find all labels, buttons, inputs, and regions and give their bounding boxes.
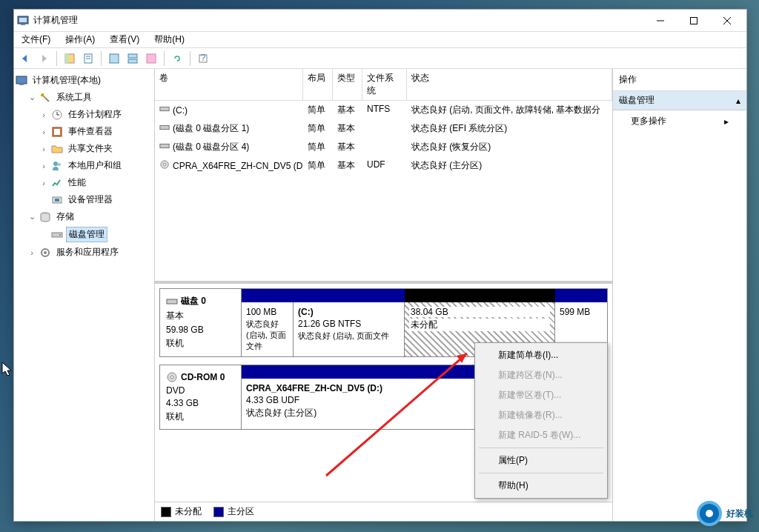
col-filesystem[interactable]: 文件系统 bbox=[362, 69, 407, 100]
help-button[interactable]: ? bbox=[195, 50, 211, 67]
users-icon bbox=[51, 160, 63, 172]
volume-layout: 简单 bbox=[303, 102, 333, 118]
tree-label: 本地用户和组 bbox=[66, 159, 124, 173]
svg-rect-14 bbox=[128, 59, 137, 63]
col-status[interactable]: 状态 bbox=[407, 69, 612, 100]
legend-swatch-black bbox=[161, 507, 171, 517]
menu-action[interactable]: 操作(A) bbox=[62, 32, 98, 47]
toolbar-separator bbox=[190, 51, 190, 66]
col-type[interactable]: 类型 bbox=[333, 69, 362, 100]
expand-icon[interactable]: › bbox=[39, 144, 48, 153]
volume-row[interactable]: (C:)简单基本NTFS状态良好 (启动, 页面文件, 故障转储, 基本数据分 bbox=[155, 101, 612, 119]
tree-diskmgmt[interactable]: 磁盘管理 bbox=[16, 225, 153, 244]
volume-icon bbox=[159, 122, 170, 135]
volume-name: (磁盘 0 磁盘分区 1) bbox=[173, 122, 249, 135]
tree-eventviewer[interactable]: › 事件查看器 bbox=[16, 123, 153, 140]
expand-icon[interactable]: › bbox=[39, 127, 48, 136]
navigation-tree[interactable]: 计算机管理(本地) ⌄ 系统工具 › 任务计划程序 › 事件查看器 bbox=[14, 69, 155, 521]
cdrom-icon bbox=[166, 371, 178, 383]
volume-layout: 简单 bbox=[303, 139, 333, 155]
part-label: (C:) bbox=[298, 307, 400, 317]
expand-icon[interactable]: › bbox=[39, 162, 48, 170]
tree-label: 事件查看器 bbox=[66, 124, 115, 139]
titlebar[interactable]: 计算机管理 bbox=[14, 10, 746, 32]
tree-storage[interactable]: ⌄ 存储 bbox=[16, 208, 153, 225]
collapse-icon[interactable]: ⌄ bbox=[27, 93, 36, 102]
properties-button[interactable] bbox=[80, 50, 96, 67]
volume-row[interactable]: CPRA_X64FRE_ZH-CN_DV5 (D:)简单基本UDF状态良好 (主… bbox=[155, 156, 612, 175]
services-icon bbox=[39, 247, 51, 259]
minimize-button[interactable] bbox=[643, 10, 677, 31]
menu-separator bbox=[479, 448, 603, 448]
legend-swatch-blue bbox=[213, 507, 224, 517]
menu-help[interactable]: 帮助(H) bbox=[151, 32, 188, 47]
col-volume[interactable]: 卷 bbox=[155, 69, 303, 100]
device-icon bbox=[51, 194, 63, 206]
legend: 未分配 主分区 bbox=[155, 502, 612, 521]
svg-rect-13 bbox=[128, 54, 137, 58]
disk-size: 59.98 GB bbox=[166, 325, 235, 335]
view-top-button[interactable] bbox=[106, 50, 122, 67]
disk-icon bbox=[166, 296, 178, 307]
menu-properties[interactable]: 属性(P) bbox=[477, 450, 605, 471]
collapse-icon[interactable]: ▴ bbox=[736, 96, 740, 106]
volume-fs: UDF bbox=[362, 158, 407, 173]
menu-new-simple-volume[interactable]: 新建简单卷(I)... bbox=[477, 345, 605, 365]
view-bottom-button[interactable] bbox=[125, 50, 141, 67]
svg-rect-34 bbox=[160, 107, 169, 110]
context-menu[interactable]: 新建简单卷(I)... 新建跨区卷(N)... 新建带区卷(T)... 新建镜像… bbox=[474, 342, 608, 499]
tree-localusers[interactable]: › 本地用户和组 bbox=[16, 157, 153, 174]
refresh-button[interactable] bbox=[169, 50, 185, 67]
tree-label: 任务计划程序 bbox=[66, 107, 124, 122]
col-layout[interactable]: 布局 bbox=[303, 69, 333, 100]
partition-c[interactable]: (C:) 21.26 GB NTFS 状态良好 (启动, 页面文件 bbox=[294, 302, 405, 356]
volume-list[interactable]: 卷 布局 类型 文件系统 状态 (C:)简单基本NTFS状态良好 (启动, 页面… bbox=[155, 69, 612, 284]
collapse-icon[interactable]: ⌄ bbox=[27, 212, 36, 222]
tree-devicemgr[interactable]: 设备管理器 bbox=[16, 191, 153, 208]
tree-root[interactable]: 计算机管理(本地) bbox=[16, 72, 153, 89]
partition-header bbox=[242, 289, 607, 302]
menu-view[interactable]: 查看(V) bbox=[107, 32, 142, 47]
part-size: 21.26 GB NTFS bbox=[298, 319, 400, 329]
volume-row[interactable]: (磁盘 0 磁盘分区 1)简单基本状态良好 (EFI 系统分区) bbox=[155, 119, 612, 138]
tree-label: 存储 bbox=[54, 210, 76, 224]
actions-more[interactable]: 更多操作 ▸ bbox=[613, 110, 746, 132]
tree-label: 磁盘管理 bbox=[66, 227, 107, 242]
part-status: 未分配 bbox=[409, 319, 550, 331]
expand-icon[interactable]: › bbox=[39, 110, 48, 119]
main-area: 计算机管理(本地) ⌄ 系统工具 › 任务计划程序 › 事件查看器 bbox=[14, 69, 746, 521]
tree-label: 性能 bbox=[66, 176, 88, 190]
actions-group[interactable]: 磁盘管理 ▴ bbox=[613, 91, 746, 110]
show-hide-tree-button[interactable] bbox=[62, 50, 78, 67]
volume-icon bbox=[159, 141, 170, 153]
close-button[interactable] bbox=[710, 10, 743, 31]
maximize-button[interactable] bbox=[677, 10, 710, 31]
volume-row[interactable]: (磁盘 0 磁盘分区 4)简单基本状态良好 (恢复分区) bbox=[155, 138, 612, 156]
disk-info[interactable]: CD-ROM 0 DVD 4.33 GB 联机 bbox=[160, 365, 242, 429]
expand-icon[interactable]: › bbox=[27, 248, 36, 257]
tree-taskscheduler[interactable]: › 任务计划程序 bbox=[16, 106, 153, 123]
menu-new-raid5-volume: 新建 RAID-5 卷(W)... bbox=[477, 425, 605, 445]
svg-rect-39 bbox=[167, 299, 177, 304]
tree-systools[interactable]: ⌄ 系统工具 bbox=[16, 89, 153, 106]
settings-button[interactable] bbox=[143, 50, 159, 67]
forward-button[interactable] bbox=[36, 50, 52, 67]
partition-efi[interactable]: 100 MB 状态良好 (启动, 页面文件 bbox=[242, 302, 294, 356]
volume-fs bbox=[362, 121, 407, 136]
menu-help[interactable]: 帮助(H) bbox=[477, 476, 605, 496]
tree-services[interactable]: › 服务和应用程序 bbox=[16, 244, 153, 261]
tree-label: 系统工具 bbox=[54, 90, 94, 104]
svg-rect-24 bbox=[54, 129, 60, 135]
expand-icon[interactable]: › bbox=[39, 179, 48, 187]
tree-performance[interactable]: › 性能 bbox=[16, 174, 153, 191]
tree-sharedfolders[interactable]: › 共享文件夹 bbox=[16, 140, 153, 157]
watermark: 好装机 bbox=[697, 501, 753, 526]
volume-fs: NTFS bbox=[362, 102, 407, 118]
part-size: 599 MB bbox=[560, 307, 603, 317]
disk-info[interactable]: 磁盘 0 基本 59.98 GB 联机 bbox=[160, 289, 242, 356]
computer-icon bbox=[16, 75, 27, 87]
menu-file[interactable]: 文件(F) bbox=[19, 32, 53, 47]
storage-icon bbox=[39, 211, 51, 223]
disk-type: DVD bbox=[166, 385, 235, 396]
back-button[interactable] bbox=[17, 50, 33, 67]
